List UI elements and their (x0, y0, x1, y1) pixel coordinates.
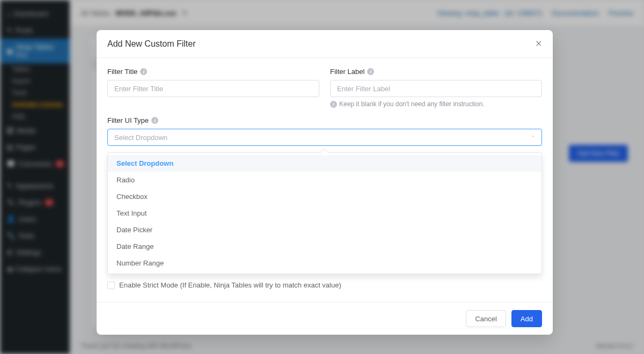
filter-title-label: Filter Title i (107, 68, 319, 76)
modal-title: Add New Custom Filter (107, 39, 196, 49)
filter-label-label: Filter Label i (330, 68, 542, 76)
dropdown-option-date-picker[interactable]: Date Picker (108, 222, 541, 238)
add-filter-modal: Add New Custom Filter ✕ Filter Title i F… (97, 30, 553, 335)
filter-ui-type-select[interactable]: Select Dropdown ⌃ (107, 129, 542, 146)
filter-label-input[interactable] (330, 80, 542, 97)
dropdown-option-checkbox[interactable]: Checkbox (108, 188, 541, 205)
info-icon: i (330, 101, 337, 108)
strict-mode-checkbox[interactable] (107, 282, 115, 289)
info-icon[interactable]: i (151, 117, 158, 124)
modal-header: Add New Custom Filter ✕ (97, 30, 553, 58)
strict-mode-row: Enable Strict Mode (If Enable, Ninja Tab… (107, 281, 542, 289)
dropdown-option-date-range[interactable]: Date Range (108, 238, 541, 255)
cancel-button[interactable]: Cancel (466, 310, 506, 327)
dropdown-option-radio[interactable]: Radio (108, 172, 541, 188)
dropdown-option-number-range[interactable]: Number Range (108, 255, 541, 271)
filter-label-helper: i Keep it blank if you don't need any fi… (330, 100, 542, 108)
info-icon[interactable]: i (367, 68, 374, 75)
close-icon[interactable]: ✕ (535, 39, 542, 49)
add-button[interactable]: Add (511, 310, 542, 327)
filter-ui-type-dropdown: Select Dropdown Radio Checkbox Text Inpu… (107, 152, 542, 274)
modal-body: Filter Title i Filter Label i i Keep it … (97, 58, 553, 302)
strict-mode-label: Enable Strict Mode (If Enable, Ninja Tab… (119, 281, 341, 289)
dropdown-option-select-dropdown[interactable]: Select Dropdown (108, 155, 541, 172)
modal-footer: Cancel Add (97, 302, 553, 335)
dropdown-option-text-input[interactable]: Text Input (108, 205, 541, 222)
info-icon[interactable]: i (140, 68, 147, 75)
filter-ui-type-label: Filter UI Type i (107, 116, 542, 124)
chevron-down-icon: ⌃ (531, 135, 535, 141)
filter-title-input[interactable] (107, 80, 319, 97)
